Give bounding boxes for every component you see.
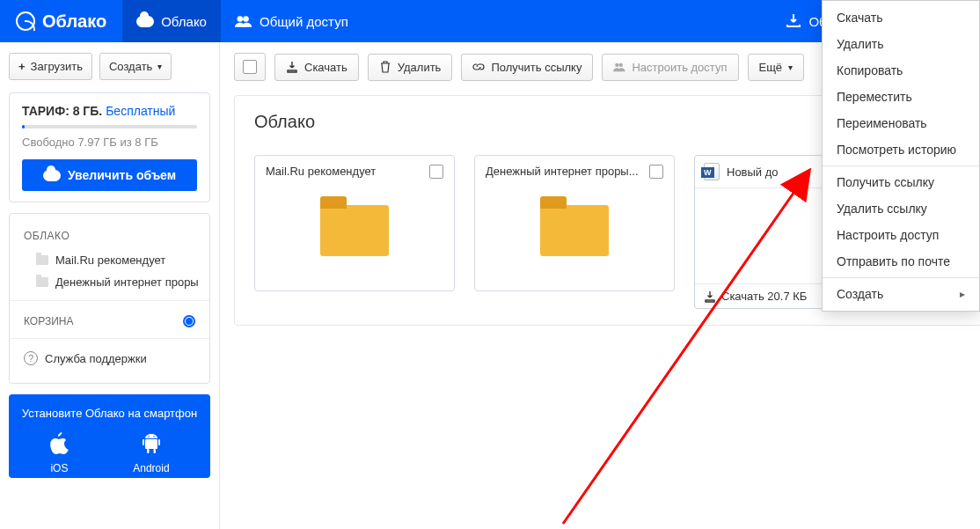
promo-android[interactable]: Android bbox=[133, 432, 169, 474]
download-icon bbox=[286, 61, 298, 73]
ctx-download[interactable]: Скачать bbox=[823, 4, 979, 31]
promo-ios-label: iOS bbox=[50, 462, 68, 474]
tariff-card: ТАРИФ: 8 ГБ. Бесплатный Свободно 7.97 ГБ… bbox=[9, 92, 210, 202]
freespace-text: Свободно 7.97 ГБ из 8 ГБ bbox=[22, 136, 197, 149]
ctx-copy[interactable]: Копировать bbox=[823, 57, 979, 84]
svg-rect-6 bbox=[158, 439, 160, 445]
apple-icon bbox=[49, 432, 69, 455]
ctx-separator bbox=[823, 165, 979, 166]
folder-tile[interactable]: Денежный интернет проры... bbox=[474, 155, 675, 291]
context-menu[interactable]: Скачать Удалить Копировать Переместить П… bbox=[822, 0, 980, 312]
toolbar-more-label: Ещё bbox=[759, 61, 783, 74]
download-icon bbox=[786, 13, 801, 29]
tariff-free[interactable]: Бесплатный bbox=[106, 104, 175, 118]
ctx-configure-access[interactable]: Настроить доступ bbox=[823, 222, 979, 248]
tab-cloud[interactable]: Облако bbox=[122, 0, 221, 42]
word-icon bbox=[704, 163, 720, 180]
svg-rect-2 bbox=[145, 439, 157, 449]
tariff-line: ТАРИФ: 8 ГБ. Бесплатный bbox=[22, 104, 197, 118]
sidebar-item-mailru[interactable]: Mail.Ru рекомендует bbox=[20, 249, 199, 271]
doc-name: Новый до bbox=[727, 165, 784, 179]
select-all-wrap[interactable] bbox=[234, 53, 266, 81]
select-all-checkbox[interactable] bbox=[243, 60, 257, 74]
doc-download-label: Скачать 20.7 КБ bbox=[721, 290, 807, 303]
increase-button[interactable]: Увеличить объем bbox=[22, 159, 197, 191]
tab-cloud-label: Облако bbox=[161, 14, 207, 29]
sidebar-item-label: Денежный интернет прорыв ... bbox=[55, 276, 199, 289]
plus-icon: + bbox=[18, 60, 26, 73]
trash-row[interactable]: КОРЗИНА bbox=[20, 308, 199, 334]
svg-point-10 bbox=[619, 63, 623, 67]
toolbar-delete[interactable]: Удалить bbox=[368, 54, 453, 81]
svg-rect-7 bbox=[147, 449, 150, 453]
toolbar-delete-label: Удалить bbox=[398, 61, 442, 74]
ctx-get-link[interactable]: Получить ссылку bbox=[823, 169, 979, 195]
cloud-icon bbox=[43, 170, 61, 181]
svg-rect-5 bbox=[143, 439, 144, 445]
tariff-label: ТАРИФ: bbox=[22, 104, 69, 118]
tile-name: Денежный интернет проры... bbox=[486, 165, 644, 178]
support-link[interactable]: ? Служба поддержки bbox=[20, 342, 199, 374]
svg-rect-8 bbox=[153, 449, 156, 453]
folder-tile[interactable]: Mail.Ru рекомендует bbox=[254, 155, 455, 291]
tariff-size: 8 ГБ. bbox=[73, 104, 103, 118]
upload-label: Загрузить bbox=[31, 60, 83, 73]
ctx-send-mail[interactable]: Отправить по почте bbox=[823, 248, 979, 275]
svg-point-3 bbox=[148, 436, 150, 437]
download-icon bbox=[704, 290, 716, 303]
create-label: Создать bbox=[109, 60, 152, 73]
at-icon bbox=[16, 11, 35, 31]
doc-download-row[interactable]: Скачать 20.7 КБ bbox=[704, 290, 807, 303]
folder-icon bbox=[320, 205, 389, 256]
trash-icon bbox=[379, 61, 391, 73]
radio-icon bbox=[183, 315, 195, 327]
ctx-create-submenu[interactable]: Создать ▸ bbox=[823, 281, 979, 307]
toolbar-download[interactable]: Скачать bbox=[274, 54, 359, 81]
increase-label: Увеличить объем bbox=[68, 168, 176, 182]
promo-ios[interactable]: iOS bbox=[49, 432, 69, 474]
promo-card: Установите Облако на смартфон iOS Androi… bbox=[9, 394, 210, 478]
sidebar: + Загрузить Создать ▾ ТАРИФ: 8 ГБ. Беспл… bbox=[0, 42, 220, 529]
brand-logo[interactable]: Облако bbox=[0, 11, 122, 32]
trash-label: КОРЗИНА bbox=[24, 315, 73, 327]
toolbar-configure-label: Настроить доступ bbox=[632, 61, 727, 74]
ctx-move[interactable]: Переместить bbox=[823, 84, 979, 110]
upload-button[interactable]: + Загрузить bbox=[9, 53, 92, 80]
tile-checkbox[interactable] bbox=[649, 165, 663, 179]
tile-checkbox[interactable] bbox=[429, 165, 443, 179]
ctx-delete[interactable]: Удалить bbox=[823, 31, 979, 57]
toolbar-get-link[interactable]: Получить ссылку bbox=[461, 54, 593, 81]
create-button[interactable]: Создать ▾ bbox=[99, 53, 172, 80]
toolbar-link-label: Получить ссылку bbox=[491, 61, 581, 74]
sidebar-item-money[interactable]: Денежный интернет прорыв ... bbox=[20, 271, 199, 293]
android-icon bbox=[142, 432, 161, 455]
toolbar-configure[interactable]: Настроить доступ bbox=[602, 54, 738, 81]
tab-shared-label: Общий доступ bbox=[260, 14, 348, 29]
folder-icon bbox=[36, 277, 48, 287]
section-cloud: ОБЛАКО bbox=[20, 223, 199, 249]
ctx-rename[interactable]: Переименовать bbox=[823, 110, 979, 136]
tab-shared[interactable]: Общий доступ bbox=[221, 0, 362, 42]
promo-title: Установите Облако на смартфон bbox=[18, 407, 201, 420]
tile-name: Mail.Ru рекомендует bbox=[266, 165, 381, 178]
ctx-delete-link[interactable]: Удалить ссылку bbox=[823, 195, 979, 222]
ctx-history[interactable]: Посмотреть историю bbox=[823, 136, 979, 163]
toolbar-more[interactable]: Ещё ▾ bbox=[748, 54, 805, 81]
svg-point-1 bbox=[243, 16, 249, 22]
ctx-separator bbox=[823, 277, 979, 278]
question-icon: ? bbox=[24, 351, 38, 365]
users-icon bbox=[613, 61, 625, 73]
storage-bar bbox=[22, 125, 197, 129]
users-icon bbox=[235, 15, 252, 27]
toolbar-download-label: Скачать bbox=[304, 61, 347, 74]
support-label: Служба поддержки bbox=[45, 352, 147, 365]
svg-point-4 bbox=[153, 436, 155, 437]
tree-card: ОБЛАКО Mail.Ru рекомендует Денежный инте… bbox=[9, 213, 210, 384]
svg-point-0 bbox=[237, 16, 243, 22]
brand-name: Облако bbox=[42, 11, 106, 32]
link-icon bbox=[472, 61, 485, 73]
chevron-right-icon: ▸ bbox=[960, 288, 965, 300]
promo-android-label: Android bbox=[133, 462, 169, 474]
cloud-icon bbox=[136, 16, 154, 27]
folder-icon bbox=[540, 205, 609, 256]
